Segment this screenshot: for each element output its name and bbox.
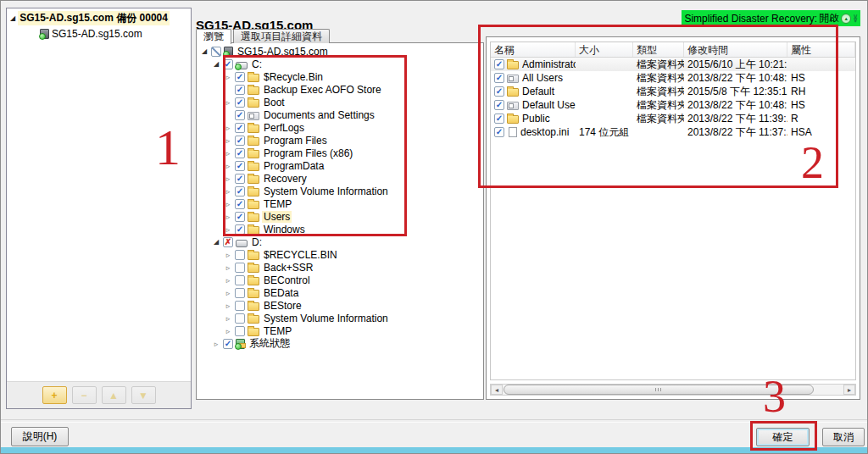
- checkbox-checked[interactable]: ✓: [235, 212, 245, 222]
- server-item[interactable]: SG15-AD.sg15.com: [7, 26, 191, 42]
- checkbox-checked[interactable]: ✓: [235, 110, 245, 120]
- checkbox-checked[interactable]: ✓: [235, 97, 245, 108]
- scrollbar-track[interactable]: [503, 385, 843, 395]
- checkbox-unchecked[interactable]: [235, 313, 245, 324]
- checkbox-unchecked[interactable]: [235, 301, 245, 311]
- ok-button[interactable]: 確定: [756, 428, 810, 446]
- tree-item[interactable]: ▹✓ProgramData: [197, 159, 483, 172]
- sdr-circle-icon[interactable]: ▲: [841, 14, 851, 24]
- checkbox-checked[interactable]: ✓: [494, 127, 504, 137]
- down-arrow-icon[interactable]: ◢: [211, 238, 221, 246]
- right-arrow-icon[interactable]: ▹: [223, 213, 233, 221]
- right-arrow-icon[interactable]: ▹: [223, 174, 233, 183]
- down-arrow-icon[interactable]: ◢: [211, 60, 221, 68]
- checkbox-checked[interactable]: ✓: [235, 161, 245, 171]
- tree-item[interactable]: ◢✗D:: [197, 235, 483, 248]
- checkbox-unchecked[interactable]: [235, 263, 245, 273]
- right-arrow-icon[interactable]: ▹: [223, 200, 233, 208]
- tree-item[interactable]: ◢SG15-AD.sg15.com: [197, 45, 483, 58]
- help-button[interactable]: 說明(H): [11, 427, 69, 446]
- right-arrow-icon[interactable]: ▹: [211, 340, 221, 348]
- table-row[interactable]: ✓Default User檔案資料夾2013/8/22 下午 10:48:...…: [491, 98, 855, 112]
- checkbox-checked[interactable]: ✓: [494, 100, 504, 110]
- tree-item[interactable]: ▹$RECYCLE.BIN: [197, 248, 483, 261]
- tab-browse[interactable]: 瀏覽: [196, 29, 231, 44]
- tree-item[interactable]: ▹TEMP: [197, 324, 483, 337]
- checkbox-unchecked[interactable]: [235, 275, 245, 285]
- tree-item[interactable]: ▹✓Users: [197, 210, 483, 223]
- tree-item[interactable]: ▹✓Windows: [197, 223, 483, 235]
- checkbox-checked[interactable]: ✓: [494, 114, 504, 124]
- table-row[interactable]: ✓Administrator檔案資料夾2015/6/10 上午 10:21:..…: [491, 58, 855, 71]
- checkbox-unchecked[interactable]: [235, 288, 245, 298]
- column-header[interactable]: 類型: [633, 42, 684, 57]
- column-header[interactable]: 名稱: [491, 42, 576, 57]
- checkbox-checked[interactable]: ✓: [235, 72, 245, 82]
- tree-item[interactable]: ▹✓$Recycle.Bin: [197, 70, 483, 83]
- tree-item[interactable]: ◢✓C:: [197, 58, 483, 70]
- checkbox-checked[interactable]: ✓: [235, 85, 245, 95]
- right-arrow-icon[interactable]: ▹: [223, 98, 233, 107]
- chevron-down-icon[interactable]: ∨∨: [853, 15, 858, 22]
- tree-item[interactable]: ▹✓Boot: [197, 96, 483, 108]
- right-arrow-icon[interactable]: ▹: [223, 276, 233, 285]
- expanded-arrow-icon[interactable]: ◢: [10, 14, 15, 22]
- checkbox-checked[interactable]: ✓: [494, 86, 504, 97]
- right-arrow-icon[interactable]: ▹: [223, 124, 233, 132]
- table-row[interactable]: ✓Public檔案資料夾2013/8/22 下午 11:39:...R: [491, 112, 855, 125]
- right-arrow-icon[interactable]: ▹: [223, 289, 233, 297]
- column-header[interactable]: 修改時間: [684, 42, 787, 57]
- tree-item[interactable]: ▹Back+SSR: [197, 261, 483, 274]
- tree-item[interactable]: ▹✓TEMP: [197, 197, 483, 210]
- right-arrow-icon[interactable]: ▹: [223, 136, 233, 145]
- right-arrow-icon[interactable]: ▹: [223, 263, 233, 272]
- tree-item[interactable]: ▹✓Program Files (x86): [197, 147, 483, 159]
- checkbox-checked[interactable]: ✓: [494, 59, 504, 69]
- right-arrow-icon[interactable]: ▹: [223, 162, 233, 170]
- tree-item[interactable]: ✓Documents and Settings: [197, 108, 483, 121]
- tree-item[interactable]: ▹✓Recovery: [197, 172, 483, 185]
- cancel-button[interactable]: 取消: [822, 428, 865, 446]
- checkbox-checked[interactable]: ✓: [223, 59, 233, 69]
- tree-item[interactable]: ▹BEControl: [197, 274, 483, 286]
- checkbox-checked[interactable]: ✓: [235, 174, 245, 184]
- scroll-left-icon[interactable]: ◂: [491, 385, 503, 395]
- add-selection-button[interactable]: +: [42, 386, 67, 404]
- right-arrow-icon[interactable]: ▹: [223, 302, 233, 310]
- tree-item[interactable]: ▹✓Program Files: [197, 134, 483, 147]
- right-arrow-icon[interactable]: ▹: [223, 225, 233, 234]
- right-arrow-icon[interactable]: ▹: [223, 251, 233, 259]
- checkbox-checked[interactable]: ✓: [235, 148, 245, 158]
- table-row[interactable]: ✓Default檔案資料夾2015/5/8 下午 12:35:12RH: [491, 85, 855, 98]
- table-row[interactable]: ✓All Users檔案資料夾2013/8/22 下午 10:48:...HS: [491, 71, 855, 85]
- right-arrow-icon[interactable]: ▹: [223, 314, 233, 323]
- checkbox-checked[interactable]: ✓: [235, 123, 245, 133]
- checkbox-excluded[interactable]: ✗: [223, 237, 233, 247]
- tree-item[interactable]: ▹System Volume Information: [197, 312, 483, 324]
- column-header[interactable]: 大小: [576, 42, 633, 57]
- table-row[interactable]: ✓desktop.ini174 位元組2013/8/22 下午 11:37:..…: [491, 125, 855, 139]
- checkbox-checked[interactable]: ✓: [235, 224, 245, 235]
- tree-item[interactable]: ▹BEStore: [197, 299, 483, 312]
- scroll-right-icon[interactable]: ▸: [843, 385, 855, 395]
- checkbox-checked[interactable]: ✓: [223, 339, 233, 349]
- tree-item[interactable]: ▹BEData: [197, 286, 483, 299]
- tab-selection-details[interactable]: 選取項目詳細資料: [233, 29, 330, 43]
- checkbox-partial[interactable]: [211, 47, 221, 57]
- tree-item[interactable]: ▹✓系統狀態: [197, 337, 483, 350]
- right-arrow-icon[interactable]: ▹: [223, 327, 233, 335]
- checkbox-checked[interactable]: ✓: [494, 73, 504, 83]
- checkbox-checked[interactable]: ✓: [235, 186, 245, 197]
- server-group-item[interactable]: ◢ SG15-AD.sg15.com 備份 00004: [7, 8, 191, 26]
- scrollbar-thumb[interactable]: [504, 385, 814, 395]
- checkbox-checked[interactable]: ✓: [235, 199, 245, 209]
- tree-item[interactable]: ▹✓System Volume Information: [197, 185, 483, 197]
- down-arrow-icon[interactable]: ◢: [199, 47, 209, 55]
- right-arrow-icon[interactable]: ▹: [223, 187, 233, 196]
- horizontal-scrollbar[interactable]: ◂ ▸: [490, 384, 856, 396]
- checkbox-checked[interactable]: ✓: [235, 136, 245, 146]
- checkbox-unchecked[interactable]: [235, 326, 245, 336]
- tree-item[interactable]: ✓Backup Exec AOFO Store: [197, 83, 483, 96]
- tree-item[interactable]: ▹✓PerfLogs: [197, 121, 483, 134]
- column-header[interactable]: 屬性: [787, 42, 855, 57]
